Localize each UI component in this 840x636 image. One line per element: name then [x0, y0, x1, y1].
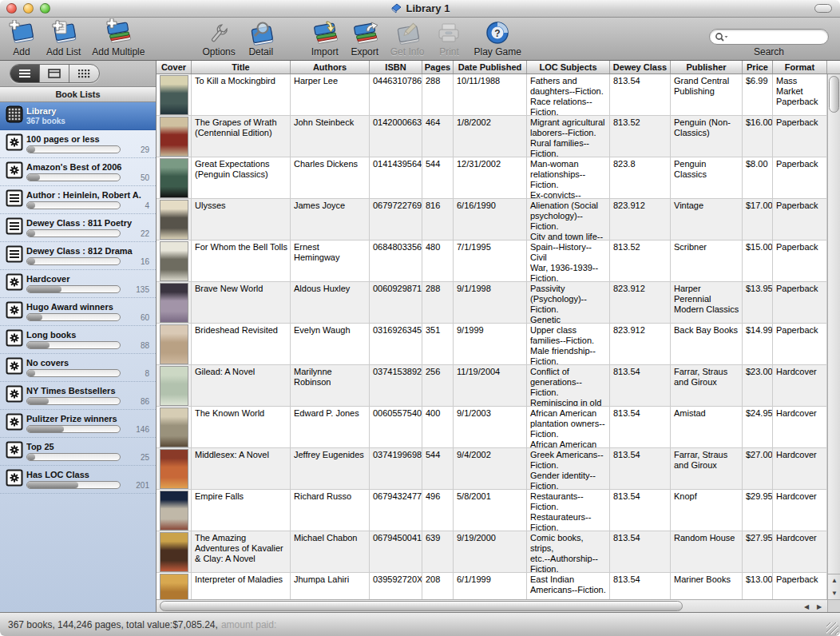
table-row[interactable]: For Whom the Bell TollsErnest Hemingway0… [157, 240, 827, 282]
detail-view-button[interactable] [40, 65, 69, 82]
cell-pages: 288 [422, 282, 454, 323]
column-header-dewey[interactable]: Dewey Class [610, 61, 671, 74]
cell-title: Brideshead Revisited [192, 324, 291, 364]
search-field[interactable] [709, 29, 829, 45]
column-header-isbn[interactable]: ISBN [370, 61, 422, 74]
cell-authors: Harper Lee [291, 74, 370, 115]
options-button[interactable]: Options [202, 20, 235, 58]
table-row[interactable]: The Amazing Adventures of Kavalier & Cla… [157, 531, 827, 573]
book-cover-thumbnail [160, 407, 188, 447]
column-header-date[interactable]: Date Published [454, 61, 527, 74]
scroll-up-button[interactable]: ▲ [828, 574, 840, 587]
column-header-format[interactable]: Format [773, 61, 827, 74]
list-label: Top 25 [26, 442, 149, 451]
table-row[interactable]: Empire FallsRichard Russo06794324774965/… [157, 490, 827, 531]
play-game-button[interactable]: ?Play Game [473, 20, 521, 58]
cell-publisher: Scribner [671, 240, 743, 281]
vertical-scrollbar-thumb[interactable] [829, 76, 839, 113]
minimize-button[interactable] [23, 3, 34, 14]
add-book-icon [8, 20, 35, 46]
vertical-scrollbar[interactable]: ▲ ▼ [827, 74, 840, 599]
column-header-title[interactable]: Title [192, 61, 291, 74]
table-row[interactable]: Brave New WorldAldous Huxley006092987128… [157, 282, 827, 324]
view-switcher [10, 64, 100, 83]
toolbar: AddAdd ListAdd MultipleOptionsDetailImpo… [0, 18, 840, 61]
view-switcher-area [0, 61, 156, 87]
sidebar-item-100-pages-or-less[interactable]: 100 pages or less29 [0, 130, 156, 158]
column-header-authors[interactable]: Authors [291, 61, 370, 74]
column-header-loc[interactable]: LOC Subjects [527, 61, 610, 74]
table-row[interactable]: The Known WorldEdward P. Jones0060557540… [157, 407, 827, 448]
book-lists-header: Book Lists [0, 87, 156, 102]
sidebar-item-top-25[interactable]: Top 2525 [0, 438, 156, 466]
sidebar-item-dewey-class-811-poetry[interactable]: Dewey Class : 811 Poetry22 [0, 214, 156, 242]
export-button[interactable]: Export [351, 20, 379, 58]
list-view-button[interactable] [10, 65, 40, 82]
sidebar-item-ny-times-bestsellers[interactable]: NY Times Bestsellers86 [0, 382, 156, 410]
column-header-pages[interactable]: Pages [422, 61, 454, 74]
table-row[interactable]: Great Expectations (Penguin Classics)Cha… [157, 157, 827, 199]
sidebar-item-dewey-class-812-drama[interactable]: Dewey Class : 812 Drama16 [0, 242, 156, 270]
book-cover-thumbnail [160, 241, 188, 281]
cell-dewey: 813.54 [610, 448, 671, 489]
table-row[interactable]: Brideshead RevisitedEvelyn Waugh03169263… [157, 324, 827, 365]
cell-authors: James Joyce [291, 199, 370, 240]
toolbar-toggle-button[interactable] [814, 4, 832, 13]
sidebar-item-has-loc-class[interactable]: Has LOC Class201 [0, 466, 156, 494]
cell-dewey: 813.54 [610, 365, 671, 406]
book-lists: Library367 books100 pages or less29Amazo… [0, 102, 156, 612]
column-header-publisher[interactable]: Publisher [671, 61, 743, 74]
search-input[interactable] [729, 32, 817, 42]
cell-isbn: 0679432477 [370, 490, 422, 531]
close-button[interactable] [6, 3, 17, 14]
add-multiple-button[interactable]: Add Multiple [92, 20, 145, 58]
toolbar-item-label: Add [13, 46, 30, 58]
sidebar-item-no-covers[interactable]: No covers8 [0, 354, 156, 382]
cell-cover [157, 365, 192, 406]
list-count: 146 [121, 425, 149, 434]
sidebar-item-author-heinlein-robert-a[interactable]: Author : Heinlein, Robert A.4 [0, 186, 156, 214]
sidebar-item-long-books[interactable]: Long books88 [0, 326, 156, 354]
column-header-price[interactable]: Price [743, 61, 773, 74]
cell-authors: John Steinbeck [291, 116, 370, 157]
import-icon [311, 20, 339, 46]
table-row[interactable]: UlyssesJames Joyce06797227698166/16/1990… [157, 199, 827, 240]
get-info-button: Get Info [390, 20, 425, 58]
import-button[interactable]: Import [311, 20, 339, 58]
zoom-button[interactable] [40, 3, 50, 14]
cell-publisher: Farrar, Straus and Giroux [671, 365, 743, 406]
horizontal-scrollbar-thumb[interactable] [160, 601, 683, 611]
add-button[interactable]: Add [8, 20, 35, 58]
main-area: Book Lists Library367 books100 pages or … [0, 61, 840, 612]
smart-list-gear-icon [6, 329, 26, 350]
sidebar-item-pulitzer-prize-winners[interactable]: Pulitzer Prize winners146 [0, 410, 156, 438]
table-row[interactable]: The Grapes of Wrath (Centennial Edition)… [157, 116, 827, 157]
cell-date: 7/1/1995 [454, 240, 527, 281]
sidebar-item-hugo-award-winners[interactable]: Hugo Award winners60 [0, 298, 156, 326]
detail-button[interactable]: Detail [247, 20, 275, 58]
sidebar-item-amazon-s-best-of-2006[interactable]: Amazon's Best of 200650 [0, 158, 156, 186]
cell-dewey: 813.54 [610, 407, 671, 447]
sidebar-item-library[interactable]: Library367 books [0, 102, 156, 130]
resize-grip[interactable] [826, 622, 838, 634]
cell-loc: Fathers and daughters--Fiction. Race rel… [527, 74, 610, 115]
cell-pages: 639 [422, 531, 454, 572]
add-list-button[interactable]: Add List [46, 20, 81, 58]
scroll-down-button[interactable]: ▼ [828, 587, 840, 600]
list-count: 60 [121, 313, 149, 322]
cell-price: $17.00 [743, 199, 773, 240]
grid-view-button[interactable] [69, 65, 99, 82]
column-header-cover[interactable]: Cover [157, 61, 192, 74]
table-row[interactable]: To Kill a MockingbirdHarper Lee044631078… [157, 74, 827, 116]
scroll-left-button[interactable]: ◀ [800, 600, 813, 612]
cell-cover [157, 240, 192, 281]
cell-date: 9/19/2000 [454, 531, 527, 572]
cell-dewey: 823.912 [610, 324, 671, 364]
horizontal-scrollbar[interactable]: ◀ ▶ [157, 599, 827, 612]
list-progress-bar [26, 369, 121, 377]
sidebar-item-hardcover[interactable]: Hardcover135 [0, 270, 156, 298]
table-row[interactable]: Middlesex: A NovelJeffrey Eugenides03741… [157, 448, 827, 490]
table-row[interactable]: Gilead: A NovelMarilynne Robinson0374153… [157, 365, 827, 407]
scroll-right-button[interactable]: ▶ [813, 600, 826, 612]
cell-authors: Aldous Huxley [291, 282, 370, 323]
